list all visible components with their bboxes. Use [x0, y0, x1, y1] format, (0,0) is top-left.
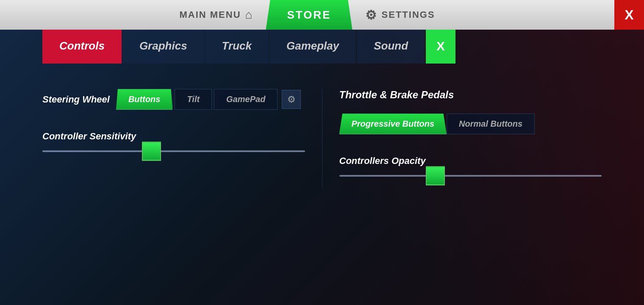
tilt-option[interactable]: Tilt	[175, 89, 212, 110]
throttle-options-row: Progressive Buttons Normal Buttons	[339, 114, 602, 134]
tab-controls[interactable]: Controls	[42, 30, 122, 64]
tab-truck[interactable]: Truck	[205, 30, 269, 64]
store-button[interactable]: STORE	[266, 0, 352, 30]
controller-sensitivity-thumb[interactable]	[142, 142, 161, 161]
tab-close-button[interactable]: X	[426, 30, 455, 64]
gear-settings-symbol: ⚙	[287, 94, 296, 105]
store-label: STORE	[287, 8, 331, 22]
home-icon: ⌂	[245, 8, 253, 22]
normal-buttons-label: Normal Buttons	[459, 119, 522, 128]
buttons-option-label: Buttons	[128, 94, 161, 104]
left-column: Steering Wheel Buttons Tilt GamePad ⚙ Co…	[42, 89, 322, 189]
tab-navigation: Controls Graphics Truck Gameplay Sound X	[42, 30, 644, 64]
controllers-opacity-track[interactable]	[339, 175, 602, 177]
controller-sensitivity-label: Controller Sensitivity	[42, 131, 305, 142]
settings-label: SETTINGS	[382, 9, 435, 20]
controllers-opacity-section: Controllers Opacity	[339, 155, 602, 177]
steering-wheel-row: Steering Wheel Buttons Tilt GamePad ⚙	[42, 89, 305, 110]
buttons-option[interactable]: Buttons	[116, 89, 173, 110]
tab-sound[interactable]: Sound	[357, 30, 425, 64]
tab-close-label: X	[436, 39, 445, 53]
main-menu-label: MAIN MENU	[179, 9, 241, 20]
tilt-option-label: Tilt	[187, 94, 200, 104]
settings-content: Steering Wheel Buttons Tilt GamePad ⚙ Co…	[0, 76, 644, 202]
tab-truck-label: Truck	[222, 39, 252, 53]
gear-icon: ⚙	[365, 8, 378, 22]
tab-graphics-label: Graphics	[139, 39, 187, 53]
close-window-label: X	[625, 7, 633, 23]
right-column: Throttle & Brake Pedals Progressive Butt…	[322, 89, 602, 189]
normal-buttons-option[interactable]: Normal Buttons	[447, 114, 535, 134]
gamepad-option[interactable]: GamePad	[214, 89, 278, 110]
tab-gameplay-label: Gameplay	[286, 39, 339, 53]
main-content: Controls Graphics Truck Gameplay Sound X…	[0, 30, 644, 305]
close-window-button[interactable]: X	[614, 0, 644, 30]
controller-sensitivity-section: Controller Sensitivity	[42, 131, 305, 152]
settings-button[interactable]: ⚙ SETTINGS	[353, 0, 448, 30]
tab-gameplay[interactable]: Gameplay	[269, 30, 356, 64]
throttle-section: Throttle & Brake Pedals Progressive Butt…	[339, 89, 602, 134]
throttle-section-title: Throttle & Brake Pedals	[339, 89, 602, 101]
controllers-opacity-label: Controllers Opacity	[339, 155, 602, 166]
progressive-buttons-label: Progressive Buttons	[352, 119, 435, 128]
gamepad-option-label: GamePad	[226, 94, 265, 104]
tab-graphics[interactable]: Graphics	[122, 30, 204, 64]
top-bar-nav: MAIN MENU ⌂ STORE ⚙ SETTINGS	[0, 0, 614, 30]
controller-sensitivity-track[interactable]	[42, 150, 305, 152]
steering-wheel-label: Steering Wheel	[42, 94, 110, 105]
tab-sound-label: Sound	[374, 39, 408, 53]
main-menu-button[interactable]: MAIN MENU ⌂	[167, 0, 266, 30]
controllers-opacity-thumb[interactable]	[426, 166, 445, 186]
gamepad-settings-icon[interactable]: ⚙	[282, 90, 301, 109]
tab-controls-label: Controls	[59, 39, 105, 53]
progressive-buttons-option[interactable]: Progressive Buttons	[339, 114, 447, 134]
top-bar: MAIN MENU ⌂ STORE ⚙ SETTINGS X	[0, 0, 644, 30]
